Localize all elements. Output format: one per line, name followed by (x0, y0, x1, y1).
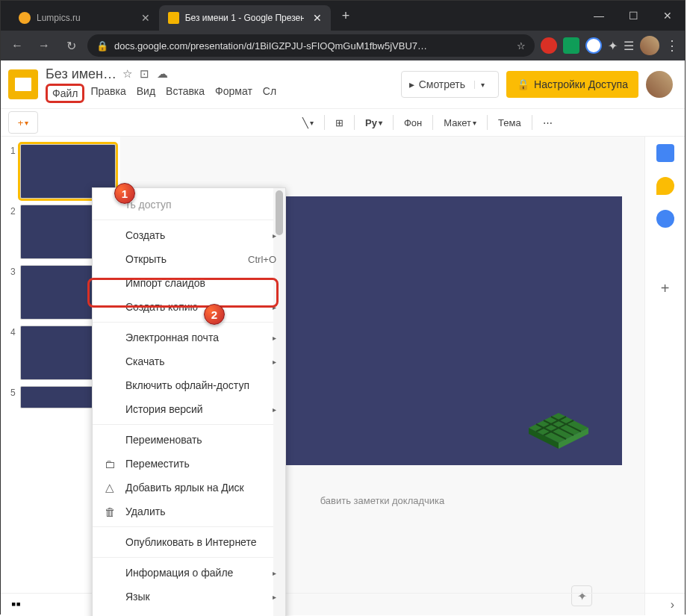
star-icon[interactable]: ☆ (517, 40, 526, 52)
minimize-button[interactable]: — (582, 1, 616, 31)
menu-insert[interactable]: Вставка (161, 84, 209, 103)
reload-button[interactable]: ↻ (60, 35, 81, 56)
star-icon[interactable]: ☆ (122, 67, 132, 81)
share-button[interactable]: 🔒 Настройки Доступа (506, 71, 638, 98)
menu-move[interactable]: 🗀Переместить (93, 452, 285, 476)
close-button[interactable]: ✕ (650, 1, 685, 31)
url-field[interactable]: 🔒 docs.google.com/presentation/d/1BiIGZP… (87, 34, 535, 57)
lock-icon: 🔒 (96, 40, 108, 52)
toolbar: +▾ ╲ ▾ ⊞ Py ▾ Фон Макет ▾ Тема ⋯ ᐱ (1, 108, 685, 137)
menu-info[interactable]: Информация о файле▸ (93, 561, 285, 585)
layout-button[interactable]: Макет ▾ (439, 114, 481, 131)
file-menu-dropdown: ть доступ Создать▸ ОткрытьCtrl+O Импорт … (92, 187, 286, 616)
tab-title: Без имени 1 - Google Презента (185, 13, 304, 23)
menu-email[interactable]: Электронная почта▸ (93, 326, 285, 349)
present-button[interactable]: ▸ Смотреть ▾ (401, 71, 499, 98)
menu-more[interactable]: Сл (258, 84, 281, 103)
menu-delete[interactable]: 🗑Удалить (93, 500, 285, 523)
browser-tab-2[interactable]: Без имени 1 - Google Презента ✕ (159, 5, 331, 31)
close-icon[interactable]: ✕ (313, 12, 322, 24)
reading-list-icon[interactable]: ☰ (624, 39, 634, 53)
menu-new[interactable]: Создать▸ (93, 223, 285, 247)
browser-titlebar: Lumpics.ru ✕ Без имени 1 - Google Презен… (1, 1, 685, 31)
present-label: Смотреть (419, 78, 465, 90)
move-icon[interactable]: ⊡ (140, 67, 149, 81)
chevron-down-icon[interactable]: ▾ (474, 81, 491, 89)
doc-title[interactable]: Без имен… (46, 66, 116, 82)
calendar-icon[interactable] (656, 144, 674, 162)
background-button[interactable]: Фон (400, 114, 426, 131)
profile-avatar[interactable] (640, 36, 659, 55)
new-slide-button[interactable]: +▾ (8, 111, 38, 134)
annotation-marker-2: 2 (204, 304, 225, 325)
menubar: Файл Правка Вид Вставка Формат Сл (46, 84, 401, 103)
extension-icon[interactable] (585, 37, 602, 54)
tasks-icon[interactable] (656, 210, 674, 228)
favicon-slides (168, 12, 179, 24)
drive-icon: △ (103, 481, 116, 494)
play-icon: ▸ (409, 78, 414, 90)
menu-edit[interactable]: Правка (86, 84, 130, 103)
keep-icon[interactable] (656, 177, 674, 195)
menu-make-copy[interactable]: Создать копию▸ (93, 295, 285, 319)
menu-rename[interactable]: Переименовать (93, 428, 285, 452)
side-panel: + (644, 137, 685, 615)
forward-button[interactable]: → (34, 35, 55, 56)
add-button[interactable]: + (661, 280, 670, 297)
trash-icon: 🗑 (103, 505, 116, 518)
slides-logo[interactable] (8, 69, 38, 99)
maximize-button[interactable]: ☐ (616, 1, 650, 31)
menu-versions[interactable]: История версий▸ (93, 397, 285, 421)
cloud-icon[interactable]: ☁ (157, 67, 168, 81)
font-family[interactable]: Py ▾ (361, 114, 387, 131)
menu-icon[interactable]: ⋮ (665, 37, 679, 54)
lock-icon: 🔒 (517, 78, 529, 90)
more-tools[interactable]: ⋯ (538, 114, 557, 131)
close-icon[interactable]: ✕ (141, 12, 150, 24)
url-text: docs.google.com/presentation/d/1BiIGZPJU… (114, 40, 427, 52)
menu-open[interactable]: ОткрытьCtrl+O (93, 247, 285, 271)
textbox-tool[interactable]: ⊞ (331, 114, 348, 131)
back-button[interactable]: ← (7, 35, 28, 56)
menu-format[interactable]: Формат (211, 84, 257, 103)
maze-graphic (517, 405, 600, 450)
new-tab-button[interactable]: + (335, 5, 356, 26)
theme-button[interactable]: Тема (494, 114, 526, 131)
folder-icon: 🗀 (103, 457, 116, 470)
menu-publish[interactable]: Опубликовать в Интернете (93, 530, 285, 554)
extensions-icon[interactable]: ✦ (608, 39, 618, 53)
menu-shortcut[interactable]: △Добавить ярлык на Диск (93, 476, 285, 500)
browser-addressbar: ← → ↻ 🔒 docs.google.com/presentation/d/1… (1, 31, 685, 60)
menu-offline[interactable]: Включить офлайн-доступ (93, 373, 285, 397)
share-label: Настройки Доступа (534, 78, 628, 90)
extension-icon[interactable] (541, 37, 557, 54)
annotation-marker-1: 1 (114, 183, 135, 204)
menu-page-setup[interactable]: Настройки страницы (93, 609, 285, 616)
menu-import-slides[interactable]: Импорт слайдов (93, 271, 285, 295)
bottom-arrow[interactable]: › (671, 598, 674, 612)
favicon-lumpics (19, 12, 31, 24)
menu-view[interactable]: Вид (132, 84, 160, 103)
menu-file[interactable]: Файл (46, 84, 84, 103)
line-tool[interactable]: ╲ ▾ (298, 114, 318, 131)
extension-icon[interactable] (563, 37, 579, 54)
app-header: Без имен… ☆ ⊡ ☁ Файл Правка Вид Вставка … (1, 60, 685, 108)
browser-tab-1[interactable]: Lumpics.ru ✕ (10, 5, 159, 31)
menu-download[interactable]: Скачать▸ (93, 349, 285, 373)
filmstrip-icon[interactable]: ▪▪ (11, 597, 21, 612)
tab-title: Lumpics.ru (37, 13, 81, 23)
user-avatar[interactable] (646, 71, 673, 98)
menu-language[interactable]: Язык▸ (93, 585, 285, 609)
